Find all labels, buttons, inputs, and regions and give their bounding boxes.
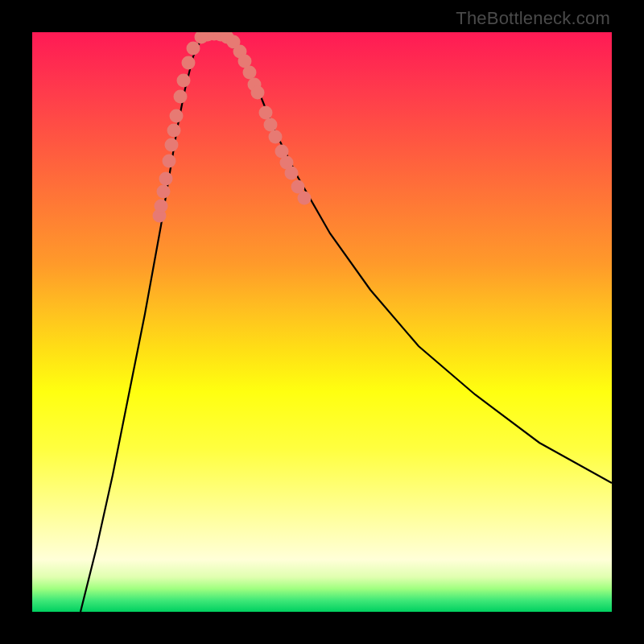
data-point: [165, 138, 179, 152]
data-point: [298, 192, 312, 205]
chart-svg: [32, 32, 612, 612]
data-point: [170, 109, 184, 123]
data-point: [285, 167, 299, 180]
data-point: [251, 86, 265, 100]
data-point: [182, 56, 196, 70]
data-point: [269, 130, 283, 144]
data-point: [177, 74, 191, 88]
data-points-group: [153, 32, 312, 223]
data-point: [163, 155, 176, 168]
data-point: [155, 200, 168, 213]
data-point: [157, 185, 171, 199]
data-point: [243, 66, 257, 80]
data-point: [259, 106, 273, 120]
data-point: [187, 42, 200, 56]
data-point: [264, 118, 278, 132]
plot-area: [32, 32, 612, 612]
data-point: [174, 90, 188, 104]
watermark-text: TheBottleneck.com: [456, 8, 610, 29]
data-point: [167, 124, 181, 138]
data-point: [159, 172, 173, 186]
chart-container: TheBottleneck.com: [0, 0, 644, 644]
bottleneck-curve: [80, 34, 612, 612]
